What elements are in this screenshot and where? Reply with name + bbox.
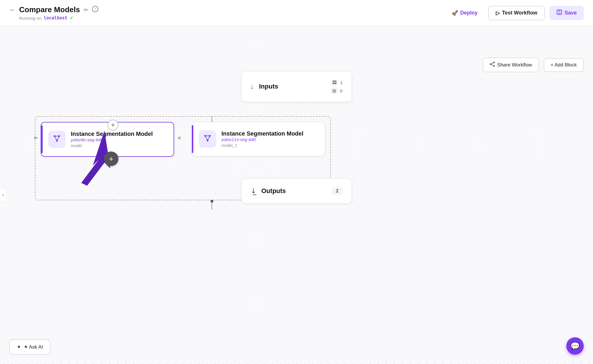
image-count: 1 [340, 80, 343, 85]
save-label: Save [565, 10, 577, 16]
model-info-left: Instance Segmentation Model yolov8n-seg-… [71, 131, 167, 148]
plus-icon-top: + [111, 121, 115, 129]
inputs-node[interactable]: ↓ Inputs 🖼 1 ▤ 0 [241, 71, 352, 102]
edit-icon: ✏ [84, 7, 89, 13]
svg-line-24 [57, 136, 59, 141]
model-version-right: yolov11s-seg-640 [221, 137, 318, 142]
model-node-left[interactable]: Instance Segmentation Model yolov8n-seg-… [41, 122, 174, 157]
model-icon-right [203, 134, 212, 145]
svg-line-8 [491, 63, 493, 64]
svg-point-14 [34, 137, 35, 138]
model-name-right: Instance Segmentation Model [221, 130, 318, 137]
upload-icon: ↓̲ [250, 187, 256, 195]
running-status: Running on localhost ✓ [9, 15, 98, 21]
running-label: Running on [19, 16, 42, 21]
svg-line-9 [491, 64, 493, 66]
back-button[interactable]: ← [9, 6, 16, 14]
svg-point-6 [493, 62, 495, 63]
header: ← Compare Models ✏ ? Running on localhos… [0, 0, 593, 26]
svg-point-15 [34, 138, 35, 139]
model-icon-left [52, 134, 62, 145]
model-name-left: Instance Segmentation Model [71, 131, 167, 137]
rocket-icon: 🚀 [452, 10, 458, 16]
outputs-left: ↓̲ Outputs [250, 187, 286, 195]
deploy-button[interactable]: 🚀 Deploy [446, 7, 484, 19]
help-icon: ? [92, 7, 98, 13]
model-icon-wrap-left [48, 131, 66, 148]
svg-line-29 [179, 138, 179, 139]
image-badge: 🖼 1 [331, 80, 343, 85]
header-right: 🚀 Deploy ▷ Test Workflow Save [446, 6, 584, 20]
chat-icon: 💬 [570, 342, 580, 351]
deploy-label: Deploy [460, 10, 478, 16]
localhost-link[interactable]: localhost [44, 15, 67, 21]
inputs-badges: 🖼 1 ▤ 0 [331, 80, 343, 93]
add-connection-button[interactable]: + [104, 152, 118, 166]
sidebar-toggle-button[interactable]: › [0, 188, 6, 202]
help-button[interactable]: ? [92, 6, 98, 14]
test-workflow-button[interactable]: ▷ Test Workflow [488, 6, 545, 20]
model-version-left: yolov8n-seg-640 [71, 137, 167, 142]
inputs-title: Inputs [259, 83, 278, 90]
save-icon [556, 9, 562, 17]
download-icon: ↓ [250, 82, 254, 91]
svg-point-27 [179, 138, 181, 140]
play-icon: ▷ [496, 10, 500, 16]
svg-point-5 [490, 64, 491, 65]
svg-line-34 [205, 136, 208, 140]
header-title-row: ← Compare Models ✏ ? [9, 5, 98, 14]
svg-line-18 [35, 138, 37, 139]
outputs-node[interactable]: ↓̲ Outputs 2 [241, 179, 352, 203]
svg-line-28 [179, 137, 179, 138]
plus-circle-icon: + [109, 154, 113, 163]
share-icon [490, 62, 495, 68]
canvas-toolbar: Share Workflow + Add Block [483, 52, 584, 78]
svg-point-16 [37, 137, 38, 138]
model-node-right[interactable]: Instance Segmentation Model yolov11s-seg… [192, 122, 325, 156]
page-title: Compare Models [19, 5, 80, 14]
text-badge: ▤ 0 [331, 88, 343, 93]
svg-rect-4 [558, 12, 561, 14]
add-block-button[interactable]: + Add Block [544, 58, 584, 72]
add-block-label: + Add Block [551, 62, 577, 68]
add-between-button-top[interactable]: + [107, 120, 118, 131]
svg-line-35 [208, 136, 210, 140]
svg-point-26 [179, 137, 181, 138]
model-type-left: model [71, 143, 167, 148]
chevron-right-icon: › [2, 192, 4, 197]
test-workflow-label: Test Workflow [502, 10, 537, 16]
outputs-count: 2 [332, 187, 343, 195]
text-count: 0 [340, 88, 342, 93]
check-icon: ✓ [70, 15, 73, 21]
svg-point-25 [178, 138, 179, 139]
edit-title-button[interactable]: ✏ [84, 6, 89, 13]
inputs-left: ↓ Inputs [250, 82, 278, 91]
save-button[interactable]: Save [549, 6, 584, 20]
svg-rect-3 [558, 10, 560, 12]
sparkle-icon: ✦ [17, 344, 21, 350]
right-handle-left[interactable] [176, 136, 182, 143]
ask-ai-button[interactable]: ✦ ✦ Ask AI [9, 339, 51, 355]
outputs-title: Outputs [262, 187, 286, 195]
svg-line-23 [55, 136, 57, 141]
back-icon: ← [9, 6, 16, 14]
left-handle-left[interactable] [33, 136, 39, 143]
ask-ai-label: ✦ Ask AI [24, 344, 43, 350]
model-icon-wrap-right [199, 130, 216, 148]
text-icon: ▤ [331, 88, 338, 93]
share-workflow-button[interactable]: Share Workflow [483, 57, 539, 72]
model-info-right: Instance Segmentation Model yolov11s-seg… [221, 130, 318, 148]
model-type-right: model_1 [221, 143, 318, 148]
svg-text:?: ? [94, 7, 96, 11]
svg-point-7 [493, 65, 495, 66]
chat-button[interactable]: 💬 [566, 337, 584, 355]
image-icon: 🖼 [331, 80, 338, 85]
connector-dot-bottom [210, 200, 213, 203]
workflow-canvas[interactable]: Share Workflow + Add Block › + ↓ Inputs [0, 26, 593, 364]
header-left: ← Compare Models ✏ ? Running on localhos… [9, 5, 98, 21]
share-workflow-label: Share Workflow [497, 62, 532, 68]
